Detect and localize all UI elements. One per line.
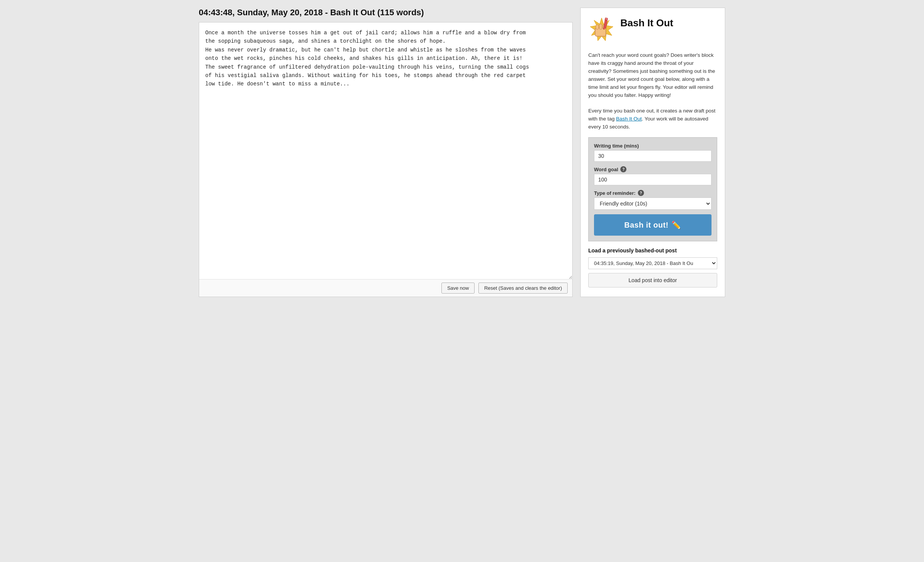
load-section: Load a previously bashed-out post 04:35:…	[588, 247, 717, 287]
bash-pencil-icon: ✏️	[671, 220, 681, 230]
reminder-help-icon[interactable]: ?	[638, 190, 644, 196]
bash-it-out-link[interactable]: Bash It Out	[616, 116, 642, 122]
svg-rect-3	[599, 24, 602, 29]
load-post-button[interactable]: Load post into editor	[588, 273, 717, 287]
plugin-title: Bash It Out	[620, 17, 673, 29]
reminder-label: Type of reminder: ?	[594, 190, 712, 196]
writing-time-label: Writing time (mins)	[594, 143, 712, 149]
word-goal-label: Word goal ?	[594, 166, 712, 172]
plugin-desc-p1: Can't reach your word count goals? Does …	[588, 51, 717, 100]
word-goal-field: Word goal ?	[594, 166, 712, 185]
bash-button-label: Bash it out!	[624, 221, 668, 230]
settings-box: Writing time (mins) Word goal ? Type of …	[588, 137, 717, 241]
editor-footer: Save now Reset (Saves and clears the edi…	[199, 279, 572, 297]
page-wrapper: 04:43:48, Sunday, May 20, 2018 - Bash It…	[199, 8, 725, 297]
svg-rect-7	[605, 18, 608, 20]
page-title: 04:43:48, Sunday, May 20, 2018 - Bash It…	[199, 8, 573, 18]
plugin-icon-container	[588, 17, 615, 44]
reminder-field: Type of reminder: ? Friendly editor (10s…	[594, 190, 712, 210]
plugin-desc-p2: Every time you bash one out, it creates …	[588, 107, 717, 131]
load-section-title: Load a previously bashed-out post	[588, 247, 717, 254]
fist-pencil-icon	[588, 17, 615, 44]
plugin-title-area: Bash It Out	[620, 17, 673, 31]
writing-time-field: Writing time (mins)	[594, 143, 712, 162]
reset-button[interactable]: Reset (Saves and clears the editor)	[478, 283, 568, 294]
save-now-button[interactable]: Save now	[441, 283, 475, 294]
writing-time-input[interactable]	[594, 150, 712, 162]
svg-rect-2	[596, 25, 599, 29]
bash-it-out-button[interactable]: Bash it out! ✏️	[594, 214, 712, 236]
load-post-select[interactable]: 04:35:19, Sunday, May 20, 2018 - Bash It…	[588, 257, 717, 269]
editor-textarea[interactable]: Once a month the universe tosses him a g…	[199, 22, 572, 279]
word-goal-help-icon[interactable]: ?	[620, 166, 626, 172]
word-goal-input[interactable]	[594, 174, 712, 185]
left-panel: 04:43:48, Sunday, May 20, 2018 - Bash It…	[199, 8, 573, 297]
reminder-select[interactable]: Friendly editor (10s) Annoying popup (10…	[594, 198, 712, 210]
right-panel: Bash It Out Can't reach your word count …	[580, 8, 725, 297]
plugin-header: Bash It Out	[588, 17, 717, 44]
editor-box: Once a month the universe tosses him a g…	[199, 22, 573, 297]
plugin-description: Can't reach your word count goals? Does …	[588, 51, 717, 131]
